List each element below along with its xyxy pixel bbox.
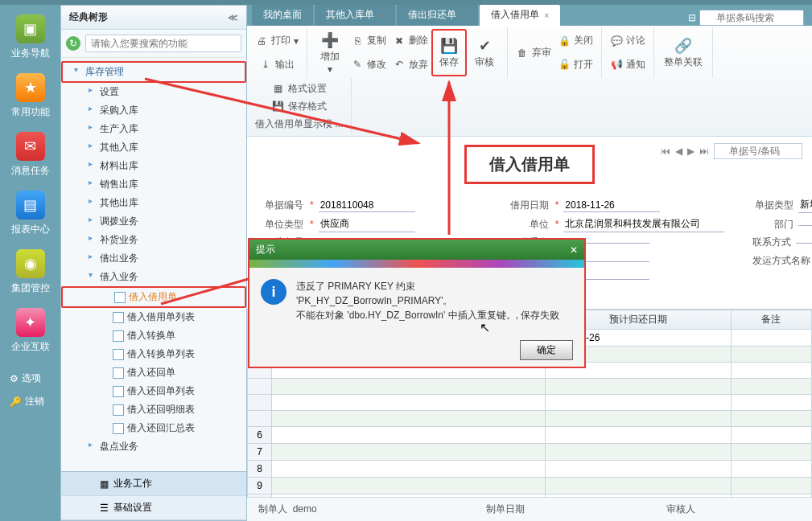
ok-button[interactable]: 确定 bbox=[520, 340, 573, 360]
close-icon[interactable]: ≪ bbox=[228, 12, 238, 23]
contactway-value[interactable] bbox=[796, 241, 812, 244]
last-icon[interactable]: ⏭ bbox=[699, 146, 709, 157]
copy-button[interactable]: ⎘复制 bbox=[348, 32, 390, 50]
tree-search-input[interactable] bbox=[85, 35, 241, 52]
page-title: 借入借用单 bbox=[464, 145, 595, 184]
delete-button[interactable]: ✖删除 bbox=[390, 32, 431, 50]
tree-leaf-return-sum[interactable]: 借入还回汇总表 bbox=[61, 419, 246, 437]
refresh-icon[interactable]: ↻ bbox=[66, 36, 80, 51]
tree-sale-out[interactable]: ▸销售出库 bbox=[61, 175, 246, 194]
logout-link[interactable]: 🔑注销 bbox=[6, 390, 54, 413]
print-button[interactable]: 🖨打印 ▾ bbox=[252, 32, 302, 50]
key-icon: 🔑 bbox=[10, 396, 22, 408]
nav-enterprise[interactable]: ✦企业互联 bbox=[0, 302, 60, 360]
discuss-button[interactable]: 💬讨论 bbox=[607, 32, 649, 50]
tree-material-out[interactable]: ▸材料出库 bbox=[61, 157, 246, 175]
table-row[interactable]: 9 bbox=[248, 478, 812, 494]
check-icon: ✔ bbox=[475, 36, 494, 55]
tree-replenish[interactable]: ▸补货业务 bbox=[61, 231, 246, 249]
tree-other-out[interactable]: ▸其他出库 bbox=[61, 194, 246, 212]
tree-leaf-convert-list[interactable]: 借入转换单列表 bbox=[61, 345, 246, 363]
table-row[interactable] bbox=[248, 379, 812, 395]
nav-group[interactable]: ◉集团管控 bbox=[0, 243, 60, 302]
close-icon[interactable]: × bbox=[379, 10, 384, 20]
cursor-icon: ↖ bbox=[480, 320, 490, 335]
trash-icon: 🗑 bbox=[516, 47, 529, 59]
table-row[interactable]: 10 bbox=[248, 494, 812, 498]
next-icon[interactable]: ▶ bbox=[687, 146, 695, 157]
close-button[interactable]: 🔒关闭 bbox=[554, 32, 596, 50]
edit-icon: ✎ bbox=[351, 58, 364, 71]
fmt-save-button[interactable]: 💾保存格式 bbox=[252, 97, 346, 115]
dialog-close-icon[interactable]: ✕ bbox=[570, 244, 578, 256]
dept-label: 部门 bbox=[748, 218, 793, 232]
tree-leaf-borrow-doc[interactable]: 借入借用单 bbox=[61, 286, 246, 308]
nav-message[interactable]: ✉消息任务 bbox=[0, 125, 60, 184]
link-icon: 🔗 bbox=[674, 36, 693, 55]
table-row[interactable] bbox=[248, 395, 812, 411]
doc-icon bbox=[113, 367, 124, 379]
modify-button[interactable]: ✎修改 bbox=[348, 55, 390, 73]
maker-value: demo bbox=[293, 503, 317, 515]
save-icon: 💾 bbox=[439, 36, 459, 55]
unlock-icon: 🔓 bbox=[558, 58, 571, 71]
tree-leaf-borrow-list[interactable]: 借入借用单列表 bbox=[61, 308, 246, 326]
open-button[interactable]: 🔓打开 bbox=[554, 55, 596, 73]
shipway-label: 发运方式名称 bbox=[746, 254, 810, 268]
doc-search-input[interactable] bbox=[714, 143, 802, 159]
barcode-search-input[interactable] bbox=[699, 10, 804, 26]
nav-report[interactable]: ▤报表中心 bbox=[0, 184, 60, 243]
tree-leaf-return[interactable]: 借入还回单 bbox=[61, 363, 246, 382]
notify-button[interactable]: 📢通知 bbox=[607, 55, 649, 73]
tree-leaf-convert[interactable]: 借入转换单 bbox=[61, 326, 246, 345]
tab-borrow-return[interactable]: 借出归还单× bbox=[397, 5, 477, 26]
abandon-button[interactable]: ↶放弃 bbox=[390, 55, 431, 73]
contactway-label: 联系方式 bbox=[746, 236, 791, 249]
unit-value[interactable]: 北京昆润景和科技发展有限公司 bbox=[563, 216, 724, 232]
tab-desktop[interactable]: 我的桌面 bbox=[252, 5, 313, 26]
tab-other-in[interactable]: 其他入库单× bbox=[315, 5, 395, 26]
col-remark[interactable]: 备注 bbox=[731, 310, 811, 330]
close-icon[interactable]: × bbox=[461, 10, 466, 20]
table-row[interactable]: 8 bbox=[248, 461, 812, 478]
tree-purchase-in[interactable]: ▸采购入库 bbox=[61, 101, 246, 120]
fmt-tpl-button[interactable]: 借入借用单显示模 ... bbox=[252, 115, 346, 133]
first-icon[interactable]: ⏮ bbox=[661, 146, 670, 157]
tree-borrow-out[interactable]: ▸借出业务 bbox=[61, 249, 246, 268]
assoc-button[interactable]: 🔗整单关联 bbox=[659, 29, 707, 76]
nav-common[interactable]: ★常用功能 bbox=[0, 67, 60, 125]
table-row[interactable]: 7 bbox=[248, 444, 812, 461]
doc-icon bbox=[113, 312, 124, 323]
prev-icon[interactable]: ◀ bbox=[675, 146, 682, 157]
date-value[interactable]: 2018-11-26 bbox=[563, 199, 660, 212]
tree-leaf-return-list[interactable]: 借入还回单列表 bbox=[61, 382, 246, 400]
add-button[interactable]: ➕增加 ▾ bbox=[312, 29, 348, 76]
tree-root-inventory[interactable]: ▾库存管理 bbox=[61, 61, 246, 83]
table-row[interactable] bbox=[248, 411, 812, 427]
fmt-set-button[interactable]: ▦格式设置 bbox=[252, 80, 346, 97]
tree-leaf-return-detail[interactable]: 借入还回明细表 bbox=[61, 400, 246, 419]
tree-prod-in[interactable]: ▸生产入库 bbox=[61, 120, 246, 138]
save-button[interactable]: 💾保存 bbox=[431, 29, 467, 76]
options-link[interactable]: ⚙选项 bbox=[6, 367, 54, 390]
close-icon[interactable]: × bbox=[544, 10, 549, 20]
tree-tab-work[interactable]: ▦业务工作 bbox=[61, 472, 246, 496]
tree-stocktake[interactable]: ▸盘点业务 bbox=[61, 437, 246, 456]
docno-value[interactable]: 2018110048 bbox=[319, 199, 415, 212]
grid-icon: ▦ bbox=[272, 82, 285, 95]
tree-tab-base[interactable]: ☰基础设置 bbox=[61, 496, 246, 520]
tree-borrow-in[interactable]: ▾借入业务 bbox=[61, 268, 246, 286]
auditor-label: 审核人 bbox=[666, 503, 695, 515]
nav-business[interactable]: ▣业务导航 bbox=[0, 8, 60, 67]
unittype-value[interactable]: 供应商 bbox=[319, 216, 415, 232]
audit-button[interactable]: ✔审核 bbox=[467, 29, 502, 76]
discard-button[interactable]: 🗑弃审 bbox=[513, 44, 554, 62]
tab-borrow-in[interactable]: 借入借用单× bbox=[480, 5, 560, 26]
grid-icon: ▦ bbox=[100, 478, 109, 490]
dept-value[interactable] bbox=[798, 224, 812, 226]
tree-transfer[interactable]: ▸调拨业务 bbox=[61, 212, 246, 231]
output-button[interactable]: ⤓输出 bbox=[252, 55, 302, 73]
tree-other-in[interactable]: ▸其他入库 bbox=[61, 138, 246, 157]
table-row[interactable]: 6 bbox=[248, 427, 812, 444]
tree-settings[interactable]: ▸设置 bbox=[61, 83, 246, 101]
